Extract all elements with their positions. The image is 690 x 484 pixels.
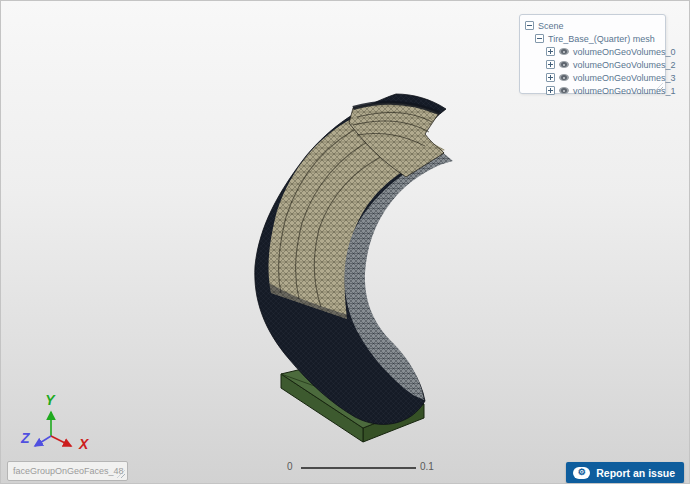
tree-node-volume[interactable]: volumeOnGeoVolumes_1 [525, 84, 661, 97]
visibility-eye-icon[interactable] [559, 87, 569, 94]
y-axis-label: Y [45, 392, 56, 408]
tree-node-mesh[interactable]: Tire_Base_(Quarter) mesh [525, 32, 661, 45]
tree-node-volume[interactable]: volumeOnGeoVolumes_0 [525, 45, 661, 58]
visibility-eye-icon[interactable] [559, 74, 569, 81]
tree-node-volume-label: volumeOnGeoVolumes_3 [573, 73, 676, 83]
expand-icon[interactable] [546, 60, 555, 69]
x-axis-arrow [51, 436, 71, 446]
selection-name-label: faceGroupOnGeoFaces_48 [13, 466, 124, 476]
z-axis-label: Z [20, 430, 30, 446]
visibility-eye-icon[interactable] [559, 48, 569, 55]
tree-node-volume-label: volumeOnGeoVolumes_2 [573, 60, 676, 70]
axis-triad: Y X Z [9, 381, 109, 461]
collapse-icon[interactable] [525, 21, 534, 30]
expand-icon[interactable] [546, 86, 555, 95]
scene-tree-panel[interactable]: Scene Tire_Base_(Quarter) mesh volumeOnG… [519, 14, 666, 94]
collapse-icon[interactable] [535, 34, 544, 43]
report-issue-label: Report an issue [596, 467, 675, 479]
scale-max-label: 0.1 [420, 461, 434, 472]
tree-node-volume[interactable]: volumeOnGeoVolumes_2 [525, 58, 661, 71]
tree-node-scene[interactable]: Scene [525, 19, 661, 32]
z-axis-arrow [35, 436, 51, 446]
feedback-bubble-icon [573, 467, 590, 479]
tree-node-scene-label: Scene [538, 21, 564, 31]
scale-min-label: 0 [287, 461, 293, 472]
x-axis-label: X [78, 436, 90, 452]
scale-bar-line [301, 467, 416, 469]
visibility-eye-icon[interactable] [559, 61, 569, 68]
expand-icon[interactable] [546, 73, 555, 82]
tree-node-volume-label: volumeOnGeoVolumes_0 [573, 47, 676, 57]
report-issue-button[interactable]: Report an issue [566, 462, 684, 483]
tree-node-mesh-label: Tire_Base_(Quarter) mesh [548, 34, 655, 44]
tree-node-volume[interactable]: volumeOnGeoVolumes_3 [525, 71, 661, 84]
scale-bar: 0 0.1 [281, 457, 441, 477]
expand-icon[interactable] [546, 47, 555, 56]
selection-name-box[interactable]: faceGroupOnGeoFaces_48 [7, 461, 128, 481]
3d-viewport[interactable]: Y X Z Scene Tire_Base_(Quarter) mesh vol… [0, 0, 690, 484]
